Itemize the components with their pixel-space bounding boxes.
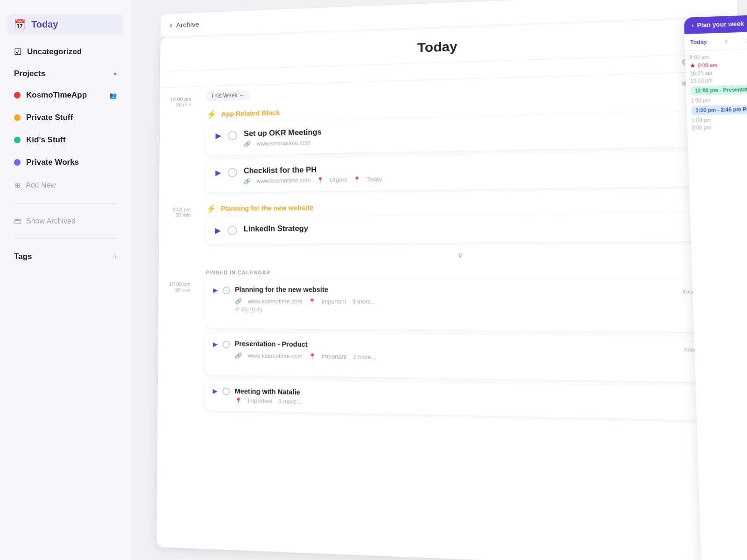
users-icon: 👥	[109, 92, 117, 99]
pinned-header: PINNED IN CALENDAR	[205, 265, 736, 279]
sidebar: 📅 Today ☑ Uncategorized Projects ▾ Kosmo…	[0, 0, 131, 560]
task-tag: Important	[248, 398, 273, 405]
task-checkbox[interactable]	[227, 226, 237, 235]
sidebar-add-new[interactable]: ⊕ Add New	[7, 175, 123, 195]
sidebar-show-archived[interactable]: 🗃 Show Archived	[7, 212, 123, 230]
block-name: App Related Block	[221, 109, 280, 118]
back-icon[interactable]: ‹	[169, 20, 172, 30]
sidebar-item-uncategorized[interactable]: ☑ Uncategorized	[7, 42, 123, 62]
lightning-icon: ⚡	[206, 109, 217, 119]
star-icon: ★	[690, 62, 696, 69]
task-url[interactable]: www.kosmotime.com	[248, 298, 303, 305]
pinned-section: PINNED IN CALENDAR ▶ Planning for the ne…	[205, 265, 741, 420]
project-name: Private Works	[26, 158, 79, 167]
play-icon[interactable]: ▶	[213, 341, 218, 348]
task-content: Checklist for the PH 🔗 www.kosmotime.com…	[244, 159, 722, 184]
task-url[interactable]: www.kosmotime.com	[248, 352, 303, 360]
pinned-card-content: Presentation - Product KosmoTimeApp 🔗 ww…	[235, 340, 731, 375]
task-url[interactable]: www.kosmotime.com	[256, 177, 310, 184]
project-name: Kid's Stuff	[26, 135, 65, 145]
sidebar-item-kosmo[interactable]: KosmoTimeApp 👥	[7, 86, 123, 105]
play-icon[interactable]: ▶	[216, 131, 221, 140]
link-icon: 🔗	[235, 298, 242, 305]
main-content: ‹ Archive Today 🔍 ☆ ⊞ ⋯ 10:00 pm 30 min	[128, 0, 747, 560]
block-planning: ⚡ Planning for the new website 2 tasks ‹…	[206, 194, 735, 244]
show-archived-label: Show Archived	[26, 217, 76, 225]
this-week-label: This Week →	[211, 92, 245, 99]
calendar-today-btn[interactable]: Today	[690, 39, 707, 45]
task-checkbox[interactable]	[228, 168, 237, 177]
divider	[14, 238, 117, 239]
task-tag2: Today	[366, 176, 382, 183]
task-checkbox[interactable]	[228, 131, 237, 140]
task-meta: 📍 Important 3 more...	[235, 397, 732, 413]
sidebar-uncategorized-label: Uncategorized	[27, 47, 82, 56]
time-slot: 9:00 pm 30 min	[159, 207, 197, 244]
project-color-dot	[14, 137, 21, 143]
block-app-related: ⚡ App Related Block 3 tasks ∨ ▶ Set up O…	[206, 92, 733, 193]
link-icon: 🔗	[244, 178, 251, 184]
task-content: Set up OKR Meetings 🔗 www.kosmotime.com	[244, 119, 720, 147]
more-text: 3 more...	[278, 398, 302, 405]
tags-label: Tags	[14, 252, 32, 261]
play-icon[interactable]: ▶	[213, 287, 218, 294]
task-title: LinkedIn Strategy	[244, 221, 724, 233]
task-tag: Important	[321, 298, 346, 305]
task-meta: 🔗 www.kosmotime.com 📍 Important 3 more..…	[235, 298, 728, 307]
sidebar-item-kids-stuff[interactable]: Kid's Stuff	[7, 131, 123, 149]
play-icon[interactable]: ▶	[215, 168, 221, 177]
chevron-left-icon: ‹	[691, 22, 694, 29]
sidebar-today-label: Today	[31, 19, 58, 30]
add-new-label: Add New	[26, 181, 56, 189]
sidebar-item-private-works[interactable]: Private Works	[7, 153, 123, 172]
sidebar-projects-header[interactable]: Projects ▾	[7, 65, 123, 82]
more-text: 3 more...	[352, 298, 375, 305]
users-badge: 👥	[235, 314, 729, 325]
today-title: Today	[417, 39, 458, 55]
expand-button[interactable]: ∨	[205, 249, 735, 260]
task-timer: ⏱ 03:40:45	[235, 307, 728, 315]
check-icon: ☑	[14, 47, 21, 57]
task-checkbox[interactable]	[222, 341, 230, 349]
calendar-icon: 📅	[14, 19, 26, 30]
calendar-event-grads[interactable]: 12:00 pm - Presentation for Grads	[691, 84, 747, 96]
link-icon: 🔗	[235, 352, 242, 359]
sidebar-tags[interactable]: Tags ‹	[7, 247, 123, 266]
project-name: Private Stuff	[26, 113, 73, 122]
calendar-event-strategy[interactable]: 1:00 pm - 2:45 pm Product Strategy	[691, 103, 747, 115]
sidebar-today[interactable]: 📅 Today	[7, 14, 123, 35]
more-text: 3 more...	[352, 354, 376, 361]
timer-icon: ⏱	[235, 307, 240, 312]
pinned-card-content: Planning for the new website KosmoTimeAp…	[235, 286, 729, 325]
play-icon[interactable]: ▶	[213, 387, 218, 395]
cal-nav-left[interactable]: ‹	[725, 36, 728, 45]
projects-label: Projects	[14, 69, 45, 78]
project-name: KosmoTimeApp	[26, 91, 87, 100]
task-title: Presentation - Product	[235, 340, 308, 348]
tag-icon: 📍	[308, 353, 316, 360]
project-color-dot	[14, 159, 21, 166]
link-icon: 🔗	[244, 140, 251, 147]
block-name: Planning for the new website	[221, 204, 313, 212]
plan-week-label: Plan your week	[697, 21, 744, 29]
tag-icon: 📍	[235, 397, 242, 404]
task-checkbox[interactable]	[223, 287, 230, 294]
time-slot: 10:00 pm 30 min	[160, 96, 197, 133]
sidebar-item-private-stuff[interactable]: Private Stuff	[7, 108, 123, 127]
time-column: 10:00 pm 30 min 9:00 pm 30 min 10:00 pm …	[156, 87, 197, 550]
task-checkbox[interactable]	[222, 387, 230, 395]
project-color-dot	[14, 114, 21, 121]
play-icon[interactable]: ▶	[215, 226, 221, 235]
task-card: ▶ Checklist for the PH 🔗 www.kosmotime.c…	[206, 151, 733, 193]
pinned-card: ▶ Meeting with Natalie 📍 Important 3 mor…	[205, 379, 741, 420]
pinned-card: ▶ Presentation - Product KosmoTimeApp	[205, 333, 740, 382]
task-content: LinkedIn Strategy	[244, 221, 724, 236]
archive-icon: 🗃	[14, 217, 21, 225]
tag-icon: 📍	[308, 298, 316, 305]
archive-label: Archive	[176, 20, 199, 28]
task-title: Meeting with Natalie	[235, 387, 300, 396]
task-tag1: Urgent	[330, 176, 347, 183]
task-url[interactable]: www.kosmotime.com	[257, 140, 311, 147]
this-week-button[interactable]: This Week →	[206, 90, 249, 101]
pinned-card: ▶ Planning for the new website KosmoTime…	[205, 279, 738, 332]
